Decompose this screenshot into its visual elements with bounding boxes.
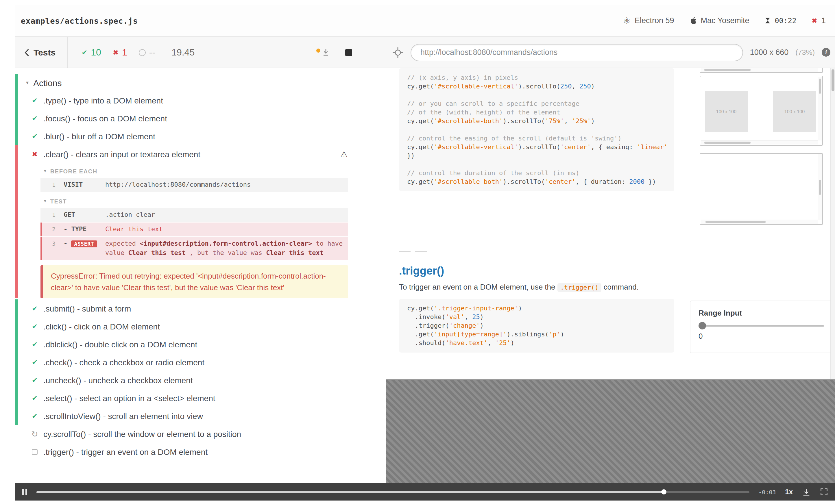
test-row[interactable]: ✔ .uncheck() - uncheck a checkbox elemen… xyxy=(18,371,386,389)
test-row[interactable]: ✔ .submit() - submit a form xyxy=(18,299,386,317)
failed-section: ✖ .clear() - clears an input or textarea… xyxy=(15,145,386,298)
aut-toolbar: 1000 x 660 (73%) i xyxy=(386,37,835,68)
toolbar: Tests ✔ 10 ✖ 1 -- 19.45 xyxy=(15,37,835,68)
command-assert[interactable]: 3 - ASSERT expected <input#description.f… xyxy=(40,237,348,260)
scrollbar-thumb[interactable] xyxy=(704,69,751,71)
notice-dot-icon xyxy=(316,48,320,52)
progress-knob[interactable] xyxy=(661,489,666,495)
fullscreen-button[interactable] xyxy=(820,488,828,496)
placeholder-label: 100 x 100 xyxy=(785,109,805,114)
passed-icon: ✔ xyxy=(30,133,39,140)
test-title: .check() - check a checkbox or radio ele… xyxy=(43,357,204,367)
passed-icon: ✔ xyxy=(30,413,39,419)
electron-icon: ⚛ xyxy=(623,16,631,25)
suite-header-actions[interactable]: ▾ Actions xyxy=(18,74,386,91)
back-to-tests-button[interactable]: Tests xyxy=(15,37,67,68)
stop-button[interactable] xyxy=(345,49,352,56)
video-controls: -0:03 1x xyxy=(15,483,835,501)
hourglass-icon xyxy=(765,17,771,24)
test-title: .dblclick() - double click on a DOM elem… xyxy=(43,340,197,349)
test-title: .trigger() - trigger an event on a DOM e… xyxy=(43,447,208,456)
command-visit[interactable]: 1 VISIT http://localhost:8080/commands/a… xyxy=(40,178,348,192)
test-row[interactable]: ✔ .type() - type into a DOM element xyxy=(18,91,386,109)
viewport-size[interactable]: 1000 x 660 xyxy=(750,48,789,57)
run-duration: 19.45 xyxy=(171,47,195,58)
passed-icon: ✔ xyxy=(30,97,39,104)
test-title: .scrollIntoView() - scroll an element in… xyxy=(43,411,203,420)
test-row[interactable]: ✔ .click() - click on a DOM element xyxy=(18,317,386,335)
pause-button[interactable] xyxy=(22,489,27,495)
pending-checkbox-icon xyxy=(32,449,38,455)
pending-test-row[interactable]: .trigger() - trigger an event on a DOM e… xyxy=(18,443,386,461)
command-number: 1 xyxy=(40,180,56,190)
test-title: .clear() - clears an input or textarea e… xyxy=(43,149,200,159)
hook-label: BEFORE EACH xyxy=(50,168,98,174)
main-area: ▾ Actions ✔ .type() - type into a DOM el… xyxy=(15,68,835,483)
failed-test-row[interactable]: ✖ .clear() - clears an input or textarea… xyxy=(18,145,386,163)
url-input[interactable] xyxy=(411,44,743,61)
cypress-runner: examples/actions.spec.js ⚛ Electron 59 M… xyxy=(0,0,835,504)
hook-test[interactable]: ▾ TEST xyxy=(40,194,348,208)
os-label: Mac Yosemite xyxy=(700,16,749,25)
progress-bar[interactable] xyxy=(37,491,749,493)
playback-rate-button[interactable]: 1x xyxy=(785,488,793,496)
hook-before-each[interactable]: ▾ BEFORE EACH xyxy=(40,164,348,178)
command-get[interactable]: 1 GET .action-clear xyxy=(40,208,348,222)
command-message: Clear this text xyxy=(105,225,344,234)
passing-section: ✔ .submit() - submit a form ✔ .click() -… xyxy=(15,299,386,425)
slider-track xyxy=(698,326,824,327)
spec-filename: examples/actions.spec.js xyxy=(21,16,138,25)
test-row[interactable]: ✔ .blur() - blur off a DOM element xyxy=(18,127,386,145)
reporter-toolbar: Tests ✔ 10 ✖ 1 -- 19.45 xyxy=(15,37,386,68)
viewport-info-icon[interactable]: i xyxy=(822,48,830,57)
command-name: - TYPE xyxy=(56,225,105,234)
horizontal-scrollbar xyxy=(701,141,818,145)
passed-icon: ✔ xyxy=(82,49,87,56)
command-number: 2 xyxy=(42,225,56,234)
range-input-slider[interactable] xyxy=(698,322,824,330)
command-name: - ASSERT xyxy=(56,239,105,249)
aut-scrollbar xyxy=(830,68,835,379)
test-row[interactable]: ✔ .dblclick() - double click on a DOM el… xyxy=(18,335,386,353)
back-label: Tests xyxy=(34,47,56,57)
scrollbar-thumb[interactable] xyxy=(704,142,751,144)
duration-item: 00:22 xyxy=(765,16,797,25)
letterbox-area xyxy=(386,379,835,483)
test-row[interactable]: ✔ .focus() - focus on a DOM element xyxy=(18,109,386,127)
error-message: CypressError: Timed out retrying: expect… xyxy=(40,265,348,298)
download-button[interactable] xyxy=(802,487,811,496)
passed-icon: ✔ xyxy=(30,323,39,330)
scrollable-box-partial xyxy=(700,68,823,73)
passing-section: ▾ Actions ✔ .type() - type into a DOM el… xyxy=(15,74,386,145)
command-number: 1 xyxy=(40,210,56,219)
scrollbar-thumb[interactable] xyxy=(832,69,834,91)
reporter-controls xyxy=(316,48,352,57)
tr igger-description: To trigger an event on a DOM element, us… xyxy=(399,282,639,291)
failed-icon: ✖ xyxy=(113,49,119,56)
inline-code: .trigger() xyxy=(557,283,602,292)
header-meta: ⚛ Electron 59 Mac Yosemite 00:22 ✖ 1 xyxy=(623,16,826,25)
selector-playground-icon[interactable] xyxy=(392,46,404,58)
test-row[interactable]: ✔ .select() - select an option in a <sel… xyxy=(18,389,386,407)
test-title: .select() - select an option in a <selec… xyxy=(43,393,216,403)
command-type[interactable]: 2 - TYPE Clear this text xyxy=(40,223,348,236)
fail-x-icon: ✖ xyxy=(812,17,817,24)
failures-item: ✖ 1 xyxy=(812,16,826,25)
processing-test-row[interactable]: ↻ cy.scrollTo() - scroll the window or e… xyxy=(18,425,386,443)
passed-icon: ✔ xyxy=(30,395,39,401)
scrollbar-thumb[interactable] xyxy=(819,79,821,93)
scrollbar-thumb[interactable] xyxy=(819,180,821,195)
test-row[interactable]: ✔ .scrollIntoView() - scroll an element … xyxy=(18,407,386,425)
test-title: .type() - type into a DOM element xyxy=(43,96,163,105)
slider-thumb[interactable] xyxy=(698,322,706,330)
hook-label: TEST xyxy=(50,198,67,204)
browser-label: Electron 59 xyxy=(635,16,674,25)
command-message: http://localhost:8080/commands/actions xyxy=(105,180,344,190)
horizontal-scrollbar xyxy=(701,68,818,72)
trigger-heading[interactable]: .trigger() xyxy=(399,265,444,277)
test-row[interactable]: ✔ .check() - check a checkbox or radio e… xyxy=(18,353,386,371)
scrollbar-thumb[interactable] xyxy=(706,221,766,223)
auto-scroll-toggle[interactable] xyxy=(316,48,330,57)
scrollable-box-both: 100 x 100 100 x 100 xyxy=(700,76,823,146)
aut-panel: // (x axis, y axis) in pixelscy.get('#sc… xyxy=(386,68,835,483)
